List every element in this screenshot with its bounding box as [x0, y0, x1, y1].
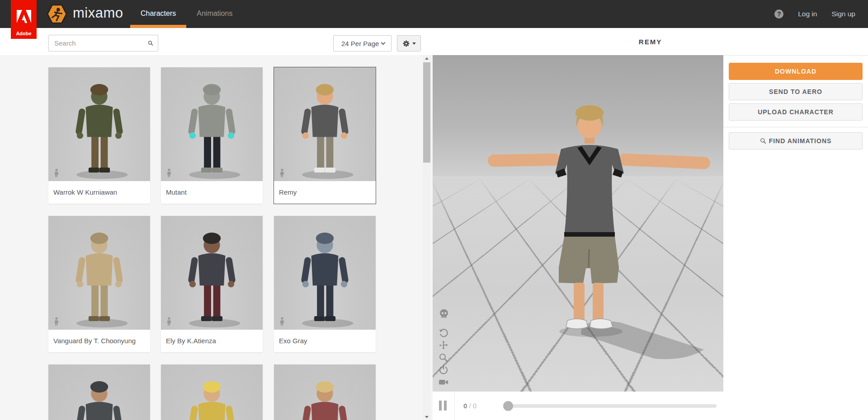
- humanoid-type-icon: [165, 168, 173, 177]
- adobe-label: Adobe: [16, 31, 31, 36]
- frame-current: 0: [463, 402, 467, 410]
- find-animations-button[interactable]: FIND ANIMATIONS: [729, 132, 863, 149]
- character-figure: [161, 67, 263, 181]
- nav-right: ? Log in Sign up: [774, 0, 855, 28]
- scroll-up-button[interactable]: [423, 55, 431, 61]
- mixamo-hexagon-icon: [47, 4, 67, 24]
- character-figure: [161, 216, 263, 330]
- adobe-a-icon: [16, 10, 32, 23]
- send-to-aero-button[interactable]: SEND TO AERO: [729, 83, 863, 100]
- character-card[interactable]: [48, 364, 150, 420]
- model-viewport[interactable]: [433, 55, 723, 392]
- humanoid-type-icon: [53, 317, 60, 326]
- scrollbar-thumb[interactable]: [423, 62, 430, 163]
- signup-link[interactable]: Sign up: [831, 10, 855, 18]
- timeline-thumb[interactable]: [503, 401, 513, 411]
- orbit-icon: [438, 328, 449, 339]
- action-panel: DOWNLOAD SEND TO AERO UPLOAD CHARACTER F…: [723, 55, 868, 420]
- per-page-select[interactable]: 24 Per Page: [333, 35, 392, 51]
- pause-button[interactable]: [439, 401, 449, 411]
- character-figure: [274, 216, 376, 330]
- per-page-value: 24 Per Page: [341, 40, 379, 47]
- reset-icon: [438, 364, 449, 375]
- character-figure: [274, 67, 376, 181]
- character-list-panel: Warrok W Kurniawan Mutant: [0, 55, 433, 420]
- character-name: Warrok W Kurniawan: [48, 181, 150, 204]
- character-name: Remy: [274, 181, 376, 204]
- triangle-down-icon: [425, 416, 429, 418]
- adobe-logo: Adobe: [11, 0, 37, 39]
- tab-characters[interactable]: Characters: [130, 0, 186, 28]
- nav-tabs: Characters Animations: [130, 0, 243, 28]
- character-figure: [48, 216, 150, 330]
- character-thumbnail: [48, 67, 150, 181]
- skeleton-toggle-button[interactable]: [438, 308, 450, 320]
- search-box: [48, 35, 158, 51]
- subheader: 24 Per Page REMY: [0, 28, 868, 55]
- search-icon: [760, 138, 766, 144]
- help-icon[interactable]: ?: [774, 9, 783, 19]
- login-link[interactable]: Log in: [798, 10, 817, 18]
- divider: [454, 392, 455, 420]
- zoom-icon: [438, 352, 449, 363]
- character-thumbnail: [274, 364, 376, 420]
- character-card[interactable]: Remy: [274, 67, 376, 204]
- reset-camera-button[interactable]: [438, 364, 449, 375]
- camera-icon: [438, 377, 449, 387]
- scroll-down-button[interactable]: [423, 414, 431, 420]
- character-thumbnail: [274, 67, 376, 181]
- mixamo-app: 24 Per Page REMY: [0, 0, 868, 420]
- character-thumbnail: [48, 216, 150, 330]
- character-card[interactable]: [274, 364, 376, 420]
- pan-camera-button[interactable]: [438, 340, 449, 351]
- character-figure: [274, 364, 376, 420]
- scrollbar: [423, 55, 431, 420]
- upload-character-button[interactable]: UPLOAD CHARACTER: [729, 103, 863, 121]
- orbit-camera-button[interactable]: [438, 328, 449, 339]
- character-figure: [48, 364, 150, 420]
- character-card[interactable]: Exo Gray: [274, 216, 376, 352]
- humanoid-type-icon: [278, 168, 286, 177]
- character-card[interactable]: Vanguard By T. Choonyung: [48, 216, 150, 352]
- settings-button[interactable]: [397, 35, 421, 51]
- character-thumbnail: [161, 67, 263, 181]
- mixamo-logo[interactable]: mixamo: [47, 0, 123, 28]
- character-thumbnail: [161, 216, 263, 330]
- pan-icon: [438, 340, 449, 351]
- caret-down-icon: [412, 42, 416, 45]
- character-thumbnail: [48, 364, 150, 420]
- humanoid-type-icon: [165, 317, 173, 326]
- character-card[interactable]: Warrok W Kurniawan: [48, 67, 150, 204]
- character-figure: [48, 67, 150, 181]
- triangle-up-icon: [425, 57, 429, 60]
- timeline-slider[interactable]: [505, 404, 717, 408]
- character-model: [433, 55, 723, 392]
- character-name: Ely By K.Atienza: [161, 330, 263, 352]
- frame-total: 0: [473, 402, 476, 410]
- character-figure: [161, 364, 263, 420]
- zoom-camera-button[interactable]: [438, 352, 449, 363]
- divider: [723, 127, 868, 127]
- character-name: Exo Gray: [274, 330, 376, 352]
- character-card[interactable]: Ely By K.Atienza: [161, 216, 263, 352]
- character-name: Vanguard By T. Choonyung: [48, 330, 150, 352]
- mixamo-wordmark: mixamo: [73, 5, 123, 23]
- humanoid-type-icon: [278, 317, 286, 326]
- character-card[interactable]: Mutant: [161, 67, 263, 204]
- camera-view-button[interactable]: [438, 377, 449, 387]
- search-icon[interactable]: [148, 39, 153, 47]
- viewer-toolbar: [438, 308, 452, 389]
- chevron-down-icon: [381, 40, 386, 45]
- character-card[interactable]: [161, 364, 263, 420]
- playback-bar: 0 / 0: [433, 392, 723, 420]
- gear-icon: [402, 40, 410, 47]
- selected-character-title: REMY: [433, 28, 868, 55]
- download-button[interactable]: DOWNLOAD: [729, 63, 863, 80]
- character-thumbnail: [161, 364, 263, 420]
- tab-animations[interactable]: Animations: [186, 0, 243, 28]
- skull-icon: [438, 308, 450, 320]
- character-thumbnail: [274, 216, 376, 330]
- search-input[interactable]: [49, 39, 148, 47]
- frame-counter: 0 / 0: [463, 392, 476, 420]
- frame-separator: /: [469, 402, 471, 410]
